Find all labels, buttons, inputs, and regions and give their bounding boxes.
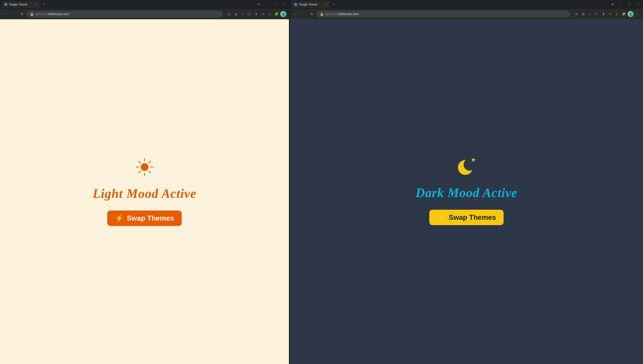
light-sun-icon: [135, 157, 154, 176]
light-address-bar: ← → ↻ 🔒 127.0.0.1:5500/index.html ⊡ ⊞ ☆ …: [0, 9, 289, 19]
light-pen-icon[interactable]: ✏: [260, 11, 266, 17]
light-tab-close[interactable]: ×: [34, 3, 38, 6]
dark-minimize-button[interactable]: ─: [617, 1, 625, 8]
svg-line-5: [149, 171, 150, 173]
light-tab-title: Toogle Theme: [9, 3, 33, 6]
light-back-button[interactable]: ←: [3, 11, 9, 17]
svg-line-7: [139, 171, 140, 173]
dark-star-icon[interactable]: ☆: [587, 11, 593, 17]
light-minimize-button[interactable]: ─: [263, 1, 271, 8]
dark-address-input[interactable]: 🔒 127.0.0.1:5500/index.html: [317, 10, 570, 18]
dark-download-bar-icon[interactable]: ⬇: [600, 11, 606, 17]
moon-svg: ★: [456, 158, 477, 176]
light-address-text: 127.0.0.1:5500/index.html: [36, 12, 69, 16]
dark-toolbar-icons: ⊡ ⊞ ☆ 🛡 ⬇ ✏ ƒ 🧩 👤 ⋮: [573, 11, 640, 17]
light-grid-icon[interactable]: ⊞: [233, 11, 239, 17]
dark-page-content: ★ Dark Mood Active ⚡ Swap Themes: [290, 19, 643, 364]
light-download-icon[interactable]: ▼: [255, 1, 262, 8]
dark-back-button[interactable]: ←: [293, 11, 299, 17]
dark-lock-icon: 🔒: [320, 12, 324, 16]
sun-svg: [135, 157, 154, 176]
dark-formula-icon[interactable]: ƒ: [614, 11, 620, 17]
dark-pen-icon[interactable]: ✏: [607, 11, 613, 17]
dark-window-controls: ▼ ─ □ ×: [609, 1, 641, 8]
light-url-path: :5500/index.html: [48, 12, 69, 16]
dark-tab-bar: 🌐 Toogle Theme × + ▼ ─ □ ×: [290, 0, 643, 9]
dark-url-path: :5500/index.html: [337, 12, 359, 16]
dark-close-button[interactable]: ×: [634, 1, 641, 8]
light-star-icon[interactable]: ☆: [240, 11, 246, 17]
light-active-tab[interactable]: 🌐 Toogle Theme ×: [2, 1, 40, 8]
light-shield-icon[interactable]: 🛡: [247, 11, 252, 17]
dark-swap-icon: ⚡: [437, 213, 446, 222]
light-formula-icon[interactable]: ƒ: [267, 11, 273, 17]
light-maximize-button[interactable]: □: [272, 1, 279, 8]
dark-address-text: 127.0.0.1:5500/index.html: [325, 12, 359, 16]
dark-address-bar: ← → ↻ 🔒 127.0.0.1:5500/index.html ⊡ ⊞ ☆ …: [290, 9, 643, 19]
dark-user-avatar[interactable]: 👤: [627, 11, 634, 17]
dark-browser-window: 🌐 Toogle Theme × + ▼ ─ □ × ← → ↻ 🔒 127.0…: [290, 0, 643, 364]
light-lock-icon: 🔒: [30, 12, 34, 16]
dark-maximize-button[interactable]: □: [626, 1, 633, 8]
dark-mood-text: Dark Mood Active: [415, 186, 517, 200]
dark-chrome-frame: 🌐 Toogle Theme × + ▼ ─ □ × ← → ↻ 🔒 127.0…: [290, 0, 643, 19]
dark-new-tab-button[interactable]: +: [331, 1, 337, 8]
light-address-input[interactable]: 🔒 127.0.0.1:5500/index.html: [27, 10, 223, 18]
light-page-content: Light Mood Active ⚡ Swap Themes: [0, 19, 289, 364]
light-mood-text: Light Mood Active: [93, 186, 196, 201]
light-tab-favicon: 🌐: [4, 3, 8, 6]
light-swap-label: Swap Themes: [127, 214, 174, 222]
light-close-button[interactable]: ×: [280, 1, 287, 8]
dark-tab-favicon: 🌐: [294, 3, 297, 6]
dark-url-protocol: 127.0.0.1: [325, 12, 337, 16]
light-url-protocol: 127.0.0.1: [36, 12, 48, 16]
light-tab-bar: 🌐 Toogle Theme × + ▼ ─ □ ×: [0, 0, 289, 9]
light-swap-button[interactable]: ⚡ Swap Themes: [107, 210, 181, 226]
light-browser-window: 🌐 Toogle Theme × + ▼ ─ □ × ← → ↻ 🔒 127.0…: [0, 0, 289, 364]
dark-extensions-icon[interactable]: 🧩: [621, 11, 626, 17]
dark-swap-label: Swap Themes: [449, 214, 496, 222]
dark-moon-icon: ★: [456, 158, 477, 176]
light-cast-icon[interactable]: ⊡: [226, 11, 232, 17]
light-reload-button[interactable]: ↻: [19, 11, 25, 17]
dark-cast-icon[interactable]: ⊡: [573, 11, 579, 17]
light-chrome-frame: 🌐 Toogle Theme × + ▼ ─ □ × ← → ↻ 🔒 127.0…: [0, 0, 289, 19]
light-user-avatar[interactable]: 👤: [280, 11, 286, 17]
svg-text:★: ★: [471, 158, 476, 163]
dark-tab-close[interactable]: ×: [324, 3, 328, 6]
svg-line-6: [149, 161, 150, 163]
light-forward-button[interactable]: →: [11, 11, 17, 17]
dark-active-tab[interactable]: 🌐 Toogle Theme ×: [292, 1, 330, 8]
light-download-bar-icon[interactable]: ⬇: [253, 11, 259, 17]
dark-forward-button[interactable]: →: [301, 11, 307, 17]
light-swap-icon: ⚡: [115, 214, 124, 222]
dark-swap-button[interactable]: ⚡ Swap Themes: [429, 210, 504, 225]
light-toolbar-icons: ⊡ ⊞ ☆ 🛡 ⬇ ✏ ƒ 🧩 👤: [226, 11, 286, 17]
light-window-controls: ▼ ─ □ ×: [255, 1, 287, 8]
dark-tab-title: Toogle Theme: [299, 3, 323, 6]
dark-more-icon[interactable]: ⋮: [635, 11, 640, 17]
svg-line-4: [139, 161, 140, 163]
dark-shield-icon[interactable]: 🛡: [594, 11, 600, 17]
light-new-tab-button[interactable]: +: [41, 1, 47, 8]
dark-download-icon[interactable]: ▼: [609, 1, 616, 8]
dark-reload-button[interactable]: ↻: [309, 11, 315, 17]
svg-point-8: [141, 163, 148, 171]
light-extensions-icon[interactable]: 🧩: [274, 11, 279, 17]
dark-grid-icon[interactable]: ⊞: [580, 11, 586, 17]
